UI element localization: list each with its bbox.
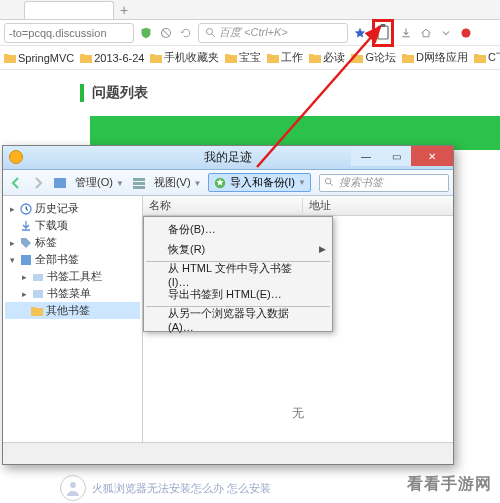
shield-icon[interactable] bbox=[138, 25, 154, 41]
bookmark-item[interactable]: 手机收藏夹 bbox=[148, 50, 221, 65]
new-tab-button[interactable]: + bbox=[120, 2, 128, 18]
views-menu[interactable]: 视图(V) ▼ bbox=[152, 175, 204, 190]
list-body: 备份(B)… 恢复(R)▶ 从 HTML 文件中导入书签(I)… 导出书签到 H… bbox=[143, 216, 453, 442]
tree-bookmarks-toolbar[interactable]: ▸书签工具栏 bbox=[5, 268, 140, 285]
window-buttons: — ▭ ✕ bbox=[351, 146, 453, 166]
bookmark-label: 手机收藏夹 bbox=[164, 50, 219, 65]
bookmark-item[interactable]: C下载 bbox=[472, 50, 500, 65]
bookmark-label: 工作 bbox=[281, 50, 303, 65]
home-icon[interactable] bbox=[418, 25, 434, 41]
organize-menu[interactable]: 管理(O) ▼ bbox=[73, 175, 126, 190]
address-bar[interactable]: -to=pcqq.discussion bbox=[4, 23, 134, 43]
tree-other-bookmarks[interactable]: 其他书签 bbox=[5, 302, 140, 319]
maximize-button[interactable]: ▭ bbox=[381, 146, 411, 166]
svg-rect-2 bbox=[378, 26, 388, 39]
bookmark-label: 必读 bbox=[323, 50, 345, 65]
svg-point-11 bbox=[325, 178, 331, 184]
svg-point-4 bbox=[462, 28, 471, 37]
bottom-suggestion-row: 火狐浏览器无法安装怎么办 怎么安装 bbox=[60, 475, 271, 501]
clipboard-icon bbox=[376, 23, 390, 41]
svg-rect-7 bbox=[133, 178, 145, 181]
browser-tab[interactable] bbox=[24, 1, 114, 19]
bookmark-item[interactable]: SpringMVC bbox=[2, 52, 76, 64]
chevron-down-icon: ▼ bbox=[298, 178, 306, 187]
svg-rect-3 bbox=[381, 24, 386, 27]
search-placeholder: 搜索书签 bbox=[339, 175, 383, 190]
browser-tab-strip: + bbox=[0, 0, 500, 20]
svg-rect-6 bbox=[54, 178, 66, 188]
bookmark-label: C下载 bbox=[488, 50, 500, 65]
menu-import-html[interactable]: 从 HTML 文件中导入书签(I)… bbox=[144, 264, 332, 284]
import-backup-menu[interactable]: 导入和备份(I) ▼ bbox=[208, 173, 311, 192]
search-icon bbox=[324, 177, 335, 188]
dialog-titlebar[interactable]: 我的足迹 — ▭ ✕ bbox=[3, 146, 453, 170]
column-address[interactable]: 地址 bbox=[303, 198, 453, 213]
svg-rect-14 bbox=[33, 274, 43, 281]
no-results: 无 bbox=[143, 405, 453, 422]
tree-history[interactable]: ▸历史记录 bbox=[5, 200, 140, 217]
list-area: 名称 地址 备份(B)… 恢复(R)▶ 从 HTML 文件中导入书签(I)… 导… bbox=[143, 196, 453, 442]
forward-icon bbox=[29, 174, 47, 192]
adblock-icon[interactable] bbox=[458, 25, 474, 41]
download-icon[interactable] bbox=[398, 25, 414, 41]
bookmark-label: 宝宝 bbox=[239, 50, 261, 65]
minimize-button[interactable]: — bbox=[351, 146, 381, 166]
bookmark-item[interactable]: 工作 bbox=[265, 50, 305, 65]
search-bar[interactable]: 百度 <Ctrl+K> bbox=[198, 23, 348, 43]
dialog-title: 我的足迹 bbox=[204, 149, 252, 166]
bookmark-item[interactable]: D网络应用 bbox=[400, 50, 470, 65]
views-icon bbox=[130, 174, 148, 192]
svg-point-1 bbox=[207, 28, 213, 34]
column-name[interactable]: 名称 bbox=[143, 198, 303, 213]
dialog-toolbar: 管理(O) ▼ 视图(V) ▼ 导入和备份(I) ▼ 搜索书签 bbox=[3, 170, 453, 196]
svg-rect-8 bbox=[133, 182, 145, 185]
firefox-icon bbox=[9, 150, 23, 164]
bookmark-item[interactable]: 必读 bbox=[307, 50, 347, 65]
library-button-highlight[interactable] bbox=[372, 19, 394, 47]
bottom-text[interactable]: 火狐浏览器无法安装怎么办 怎么安装 bbox=[92, 481, 271, 496]
menu-restore[interactable]: 恢复(R)▶ bbox=[144, 239, 332, 259]
sidebar-tree: ▸历史记录 下载项 ▸标签 ▾全部书签 ▸书签工具栏 ▸书签菜单 其他书签 bbox=[3, 196, 143, 442]
list-header: 名称 地址 bbox=[143, 196, 453, 216]
bookmark-item[interactable]: 2013-6-24 bbox=[78, 52, 146, 64]
tree-downloads[interactable]: 下载项 bbox=[5, 217, 140, 234]
menu-import-browser[interactable]: 从另一个浏览器导入数据(A)… bbox=[144, 309, 332, 329]
submenu-arrow-icon: ▶ bbox=[319, 244, 326, 254]
close-button[interactable]: ✕ bbox=[411, 146, 453, 166]
import-backup-label: 导入和备份(I) bbox=[230, 175, 295, 190]
tree-all-bookmarks[interactable]: ▾全部书签 bbox=[5, 251, 140, 268]
title-accent bbox=[80, 84, 84, 102]
bookmark-item[interactable]: G论坛 bbox=[349, 50, 398, 65]
import-backup-dropdown: 备份(B)… 恢复(R)▶ 从 HTML 文件中导入书签(I)… 导出书签到 H… bbox=[143, 216, 333, 332]
bookmark-label: SpringMVC bbox=[18, 52, 74, 64]
reload-icon[interactable] bbox=[178, 25, 194, 41]
dialog-body: ▸历史记录 下载项 ▸标签 ▾全部书签 ▸书签工具栏 ▸书签菜单 其他书签 名称… bbox=[3, 196, 453, 442]
library-dialog: 我的足迹 — ▭ ✕ 管理(O) ▼ 视图(V) ▼ 导入和备份(I) ▼ 搜索… bbox=[2, 145, 454, 465]
search-icon bbox=[203, 25, 219, 41]
bookmarks-toolbar: SpringMVC 2013-6-24 手机收藏夹 宝宝 工作 必读 G论坛 D… bbox=[0, 46, 500, 70]
search-bookmarks-input[interactable]: 搜索书签 bbox=[319, 174, 449, 192]
menu-export-html[interactable]: 导出书签到 HTML(E)… bbox=[144, 284, 332, 304]
watermark: 看看手游网 bbox=[407, 474, 492, 495]
star-icon[interactable] bbox=[352, 25, 368, 41]
dialog-footer bbox=[3, 442, 453, 464]
page-title: 问题列表 bbox=[92, 84, 148, 102]
url-text: -to=pcqq.discussion bbox=[9, 27, 107, 39]
dropdown-icon[interactable] bbox=[438, 25, 454, 41]
menu-backup[interactable]: 备份(B)… bbox=[144, 219, 332, 239]
stop-icon[interactable] bbox=[158, 25, 174, 41]
back-icon[interactable] bbox=[7, 174, 25, 192]
page-content: 问题列表 bbox=[0, 70, 500, 150]
tree-bookmarks-menu[interactable]: ▸书签菜单 bbox=[5, 285, 140, 302]
bookmark-item[interactable]: 宝宝 bbox=[223, 50, 263, 65]
bookmark-label: G论坛 bbox=[365, 50, 396, 65]
search-placeholder: 百度 <Ctrl+K> bbox=[219, 25, 288, 40]
browser-toolbar: -to=pcqq.discussion 百度 <Ctrl+K> bbox=[0, 20, 500, 46]
svg-point-16 bbox=[70, 482, 76, 488]
svg-rect-13 bbox=[21, 255, 31, 265]
star-badge-icon bbox=[213, 176, 227, 190]
tree-tags[interactable]: ▸标签 bbox=[5, 234, 140, 251]
svg-rect-9 bbox=[133, 186, 145, 189]
avatar-icon bbox=[60, 475, 86, 501]
bookmark-label: 2013-6-24 bbox=[94, 52, 144, 64]
